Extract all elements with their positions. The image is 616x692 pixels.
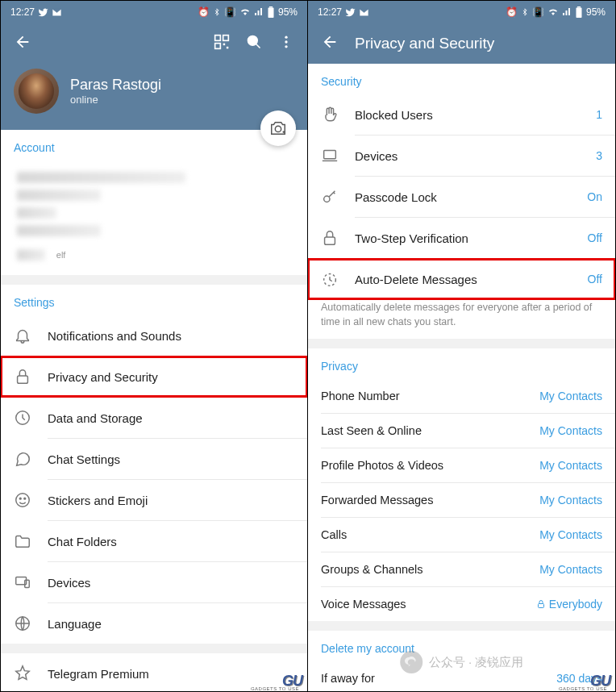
- lock-icon: [321, 229, 339, 247]
- voice-item[interactable]: Voice Messages Everybody: [308, 587, 615, 621]
- battery-icon: [575, 6, 583, 18]
- autodelete-desc: Automatically delete messages for everyo…: [308, 299, 615, 339]
- devices-icon: [14, 573, 31, 591]
- photos-value: My Contacts: [539, 459, 602, 472]
- key-icon: [321, 188, 339, 206]
- notifications-label: Notifications and Sounds: [48, 329, 294, 343]
- back-icon[interactable]: [14, 33, 31, 54]
- calls-label: Calls: [321, 528, 347, 541]
- divider: [1, 275, 307, 285]
- twitter-icon: [345, 7, 356, 18]
- vibrate-icon: 📳: [224, 6, 236, 18]
- svg-point-9: [285, 40, 287, 43]
- search-icon[interactable]: [246, 34, 262, 53]
- timer-icon: [321, 270, 339, 288]
- notifications-item[interactable]: Notifications and Sounds: [1, 315, 307, 356]
- alarm-icon: ⏰: [198, 6, 210, 18]
- bluetooth-icon: [521, 7, 529, 17]
- chat-item[interactable]: Chat Settings: [1, 439, 307, 479]
- groups-value: My Contacts: [539, 563, 602, 576]
- svg-rect-24: [325, 237, 335, 244]
- profile-status: online: [70, 94, 161, 106]
- devices-item[interactable]: Devices: [1, 562, 307, 602]
- qr-icon[interactable]: [214, 34, 230, 53]
- privacy-header: Privacy: [308, 348, 615, 379]
- svg-rect-12: [18, 376, 28, 383]
- status-time: 12:27: [10, 6, 35, 18]
- delete-header: Delete my account: [308, 631, 615, 661]
- settings-screen: 12:27 ⏰ 📳 95%: [1, 1, 308, 691]
- lastseen-item[interactable]: Last Seen & Online My Contacts: [308, 414, 615, 448]
- devices-sec-label: Devices: [355, 149, 580, 163]
- autodelete-label: Auto-Delete Messages: [355, 273, 572, 286]
- passcode-item[interactable]: Passcode Lock On: [308, 177, 615, 217]
- groups-label: Groups & Channels: [321, 563, 423, 576]
- twitter-icon: [38, 7, 48, 18]
- vibrate-icon: 📳: [532, 6, 544, 18]
- folder-icon: [14, 532, 31, 550]
- svg-rect-2: [215, 35, 221, 41]
- ifaway-label: If away for: [321, 672, 375, 685]
- lastseen-label: Last Seen & Online: [321, 424, 422, 437]
- svg-point-7: [248, 36, 258, 46]
- sticker-icon: [14, 491, 31, 509]
- forwarded-item[interactable]: Forwarded Messages My Contacts: [308, 483, 615, 517]
- globe-icon: [14, 615, 31, 632]
- forwarded-label: Forwarded Messages: [321, 494, 433, 506]
- status-time: 12:27: [318, 6, 342, 18]
- more-icon[interactable]: [278, 34, 294, 53]
- svg-rect-0: [269, 6, 273, 7]
- calls-item[interactable]: Calls My Contacts: [308, 518, 615, 552]
- voice-label: Voice Messages: [321, 598, 406, 611]
- privacy-item[interactable]: Privacy and Security: [1, 356, 307, 397]
- data-icon: [14, 409, 31, 427]
- bell-icon: [14, 327, 31, 344]
- signal-icon: [254, 7, 264, 17]
- redacted-account-info: elf: [1, 160, 307, 275]
- avatar[interactable]: [14, 69, 59, 114]
- twostep-value: Off: [588, 231, 602, 244]
- stickers-label: Stickers and Emoji: [48, 494, 294, 507]
- svg-rect-26: [538, 604, 543, 608]
- chat-icon: [14, 450, 31, 468]
- premium-label: Telegram Premium: [48, 667, 294, 681]
- data-label: Data and Storage: [48, 411, 294, 425]
- stickers-item[interactable]: Stickers and Emoji: [1, 480, 307, 520]
- watermark: GU: [590, 673, 610, 690]
- devices-sec-item[interactable]: Devices 3: [308, 135, 615, 176]
- battery-percent: 95%: [586, 6, 606, 18]
- privacy-screen: 12:27 ⏰ 📳 95%: [308, 1, 615, 691]
- camera-button[interactable]: [260, 110, 296, 146]
- mail-icon: [359, 7, 369, 18]
- premium-item[interactable]: Telegram Premium: [1, 653, 307, 691]
- language-item[interactable]: Language: [1, 603, 307, 644]
- blocked-label: Blocked Users: [355, 108, 580, 122]
- lock-icon: [14, 368, 31, 386]
- status-bar: 12:27 ⏰ 📳 95%: [308, 1, 615, 23]
- twostep-item[interactable]: Two-Step Verification Off: [308, 218, 615, 258]
- svg-rect-21: [576, 7, 581, 18]
- devices-label: Devices: [48, 576, 294, 590]
- blocked-users-item[interactable]: Blocked Users 1: [308, 94, 615, 135]
- folders-item[interactable]: Chat Folders: [1, 521, 307, 561]
- data-item[interactable]: Data and Storage: [1, 398, 307, 438]
- lastseen-value: My Contacts: [539, 424, 602, 437]
- folders-label: Chat Folders: [48, 535, 294, 548]
- svg-rect-4: [215, 44, 221, 49]
- groups-item[interactable]: Groups & Channels My Contacts: [308, 552, 615, 586]
- back-icon[interactable]: [321, 33, 339, 54]
- svg-rect-5: [223, 44, 226, 46]
- phone-value: My Contacts: [539, 390, 602, 402]
- mail-icon: [52, 7, 62, 18]
- voice-value: Everybody: [536, 598, 602, 611]
- forwarded-value: My Contacts: [539, 494, 602, 506]
- divider: [308, 339, 615, 348]
- hand-icon: [321, 106, 339, 123]
- phone-item[interactable]: Phone Number My Contacts: [308, 379, 615, 413]
- photos-item[interactable]: Profile Photos & Videos My Contacts: [308, 448, 615, 482]
- svg-rect-6: [227, 47, 229, 49]
- svg-point-23: [324, 196, 330, 202]
- autodelete-item[interactable]: Auto-Delete Messages Off: [308, 259, 615, 299]
- security-header: Security: [308, 64, 615, 94]
- twostep-label: Two-Step Verification: [355, 231, 572, 245]
